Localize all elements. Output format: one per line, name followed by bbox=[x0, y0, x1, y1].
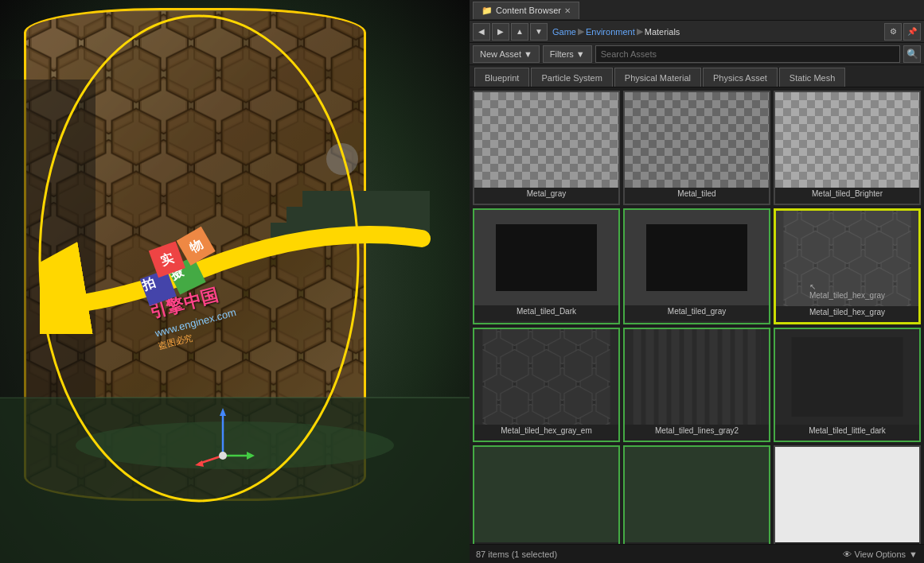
asset-item-extra-3[interactable] bbox=[774, 445, 921, 544]
dark-inner-2 bbox=[646, 224, 747, 291]
content-browser-tab-icon: 📁 bbox=[481, 6, 493, 16]
svg-marker-19 bbox=[195, 460, 204, 467]
search-button[interactable]: 🔍 bbox=[903, 45, 921, 63]
asset-label-metal-tiled-hex-gray: Metal_tiled_hex_gray bbox=[776, 306, 918, 322]
asset-label-hex-em: Metal_tiled_hex_gray_em bbox=[474, 425, 618, 441]
svg-point-22 bbox=[219, 452, 227, 460]
new-asset-button[interactable]: New Asset ▼ bbox=[473, 45, 540, 63]
asset-thumb-metal-tiled-gray bbox=[625, 210, 769, 305]
checker-pattern bbox=[474, 92, 618, 188]
asset-label-metal-tiled-brighter: Metal_tiled_Brighter bbox=[775, 188, 919, 204]
little-dark-svg bbox=[775, 329, 919, 425]
tab-static-mesh[interactable]: Static Mesh bbox=[779, 68, 845, 87]
close-tab-button[interactable]: ✕ bbox=[564, 6, 571, 15]
svg-rect-27 bbox=[474, 92, 618, 188]
search-input[interactable] bbox=[595, 45, 900, 63]
asset-item-metal-tiled-brighter[interactable]: Metal_tiled_Brighter bbox=[774, 91, 921, 205]
content-browser-panel: 📁 Content Browser ✕ ◀ ▶ ▲ ▼ Game ▶ Envir… bbox=[470, 0, 924, 563]
history-button[interactable]: ▼ bbox=[530, 23, 548, 41]
asset-label-metal-tiled: Metal_tiled bbox=[625, 188, 769, 204]
viewport: 实 物 拍 摄 引擎中国 www.enginex.com 盗图必究 bbox=[0, 0, 470, 563]
forward-button[interactable]: ▶ bbox=[492, 23, 509, 41]
breadcrumb: Game ▶ Environment ▶ Materials bbox=[549, 26, 883, 37]
asset-thumb-extra-2 bbox=[625, 447, 769, 542]
asset-thumb-metal-tiled-dark bbox=[474, 210, 618, 305]
checker-pattern-2 bbox=[625, 92, 769, 188]
transform-gizmo[interactable] bbox=[191, 404, 255, 468]
asset-item-metal-tiled-hex-gray[interactable]: ↖ Metal_tiled_hex_gray Metal_tiled_hex_g… bbox=[774, 208, 921, 324]
svg-rect-54 bbox=[792, 337, 903, 417]
item-count: 87 items (1 selected) bbox=[476, 549, 557, 559]
asset-item-metal-tiled-dark[interactable]: Metal_tiled_Dark bbox=[473, 208, 620, 324]
asset-item-little-dark[interactable]: Metal_tiled_little_dark bbox=[774, 328, 921, 442]
asset-item-lines-gray2[interactable]: Metal_tiled_lines_gray2 bbox=[623, 328, 770, 442]
asset-label-metal-tiled-gray: Metal_tiled_gray bbox=[625, 305, 769, 321]
back-button[interactable]: ◀ bbox=[473, 23, 490, 41]
new-asset-label: New Asset bbox=[480, 49, 521, 59]
filters-button[interactable]: Filters ▼ bbox=[543, 45, 592, 63]
lines-svg bbox=[625, 329, 769, 425]
content-browser-tab[interactable]: 📁 Content Browser ✕ bbox=[473, 2, 579, 19]
svg-marker-17 bbox=[220, 408, 226, 416]
content-browser-tab-label: Content Browser bbox=[496, 6, 561, 15]
tab-physical-material[interactable]: Physical Material bbox=[614, 68, 701, 87]
asset-thumb-hex-em bbox=[474, 329, 618, 425]
breadcrumb-game[interactable]: Game bbox=[552, 27, 576, 37]
asset-item-metal-gray[interactable]: Metal_gray bbox=[473, 91, 620, 205]
asset-label-extra-2 bbox=[625, 542, 769, 544]
asset-thumb-extra-3 bbox=[775, 447, 919, 542]
asset-label-extra-1 bbox=[474, 542, 618, 544]
asset-label-lines-gray2: Metal_tiled_lines_gray2 bbox=[625, 425, 769, 441]
view-settings-button[interactable]: ⚙ bbox=[884, 23, 902, 41]
asset-item-hex-gray-em[interactable]: Metal_tiled_hex_gray_em bbox=[473, 328, 620, 442]
eye-icon: 👁 bbox=[843, 549, 852, 559]
asset-label-extra-3 bbox=[775, 542, 919, 544]
view-options-label: View Options bbox=[855, 549, 906, 559]
asset-thumb-metal-tiled bbox=[625, 92, 769, 188]
filters-label: Filters bbox=[550, 49, 574, 59]
action-toolbar: New Asset ▼ Filters ▼ 🔍 bbox=[470, 43, 924, 65]
asset-item-extra-2[interactable] bbox=[623, 445, 770, 544]
checker-pattern-3 bbox=[775, 92, 919, 188]
filters-arrow-icon: ▼ bbox=[576, 49, 585, 59]
cursor-indicator: ↖ Metal_tiled_hex_gray bbox=[809, 282, 885, 300]
filter-tabs-bar: Blueprint Particle System Physical Mater… bbox=[470, 65, 924, 87]
status-bar: 87 items (1 selected) 👁 View Options ▼ bbox=[470, 544, 924, 563]
svg-rect-49 bbox=[483, 329, 610, 425]
lock-button[interactable]: 📌 bbox=[903, 23, 921, 41]
tab-blueprint[interactable]: Blueprint bbox=[474, 68, 529, 87]
asset-thumb-lines bbox=[625, 329, 769, 425]
breadcrumb-environment[interactable]: Environment bbox=[586, 27, 635, 37]
asset-label-little-dark: Metal_tiled_little_dark bbox=[775, 425, 919, 441]
asset-thumb-metal-gray bbox=[474, 92, 618, 188]
svg-rect-32 bbox=[625, 92, 769, 188]
hex-em-svg bbox=[474, 329, 618, 425]
asset-item-metal-tiled[interactable]: Metal_tiled bbox=[623, 91, 770, 205]
dark-inner bbox=[496, 224, 597, 291]
asset-thumb-little-dark bbox=[775, 329, 919, 425]
drag-arrow bbox=[40, 175, 438, 334]
up-button[interactable]: ▲ bbox=[511, 23, 528, 41]
tab-bar: 📁 Content Browser ✕ bbox=[470, 0, 924, 21]
asset-label-metal-gray: Metal_gray bbox=[474, 188, 618, 204]
asset-item-extra-1[interactable] bbox=[473, 445, 620, 544]
assets-grid: Metal_gray Metal_tiled bbox=[470, 87, 924, 544]
asset-thumb-hex-gray: ↖ Metal_tiled_hex_gray bbox=[776, 211, 918, 306]
tab-particle-system[interactable]: Particle System bbox=[531, 68, 612, 87]
svg-rect-52 bbox=[634, 329, 761, 425]
new-asset-arrow-icon: ▼ bbox=[524, 49, 532, 59]
asset-item-metal-tiled-gray[interactable]: Metal_tiled_gray bbox=[623, 208, 770, 324]
view-options-arrow: ▼ bbox=[909, 549, 918, 559]
view-options-button[interactable]: 👁 View Options ▼ bbox=[843, 549, 918, 559]
asset-thumb-extra-1 bbox=[474, 447, 618, 542]
asset-thumb-metal-tiled-brighter bbox=[775, 92, 919, 188]
breadcrumb-materials: Materials bbox=[645, 27, 680, 37]
svg-marker-21 bbox=[247, 452, 255, 460]
asset-label-metal-tiled-dark: Metal_tiled_Dark bbox=[474, 305, 618, 321]
svg-rect-37 bbox=[775, 92, 919, 188]
tab-physics-asset[interactable]: Physics Asset bbox=[703, 68, 778, 87]
navigation-toolbar: ◀ ▶ ▲ ▼ Game ▶ Environment ▶ Materials ⚙… bbox=[470, 21, 924, 43]
